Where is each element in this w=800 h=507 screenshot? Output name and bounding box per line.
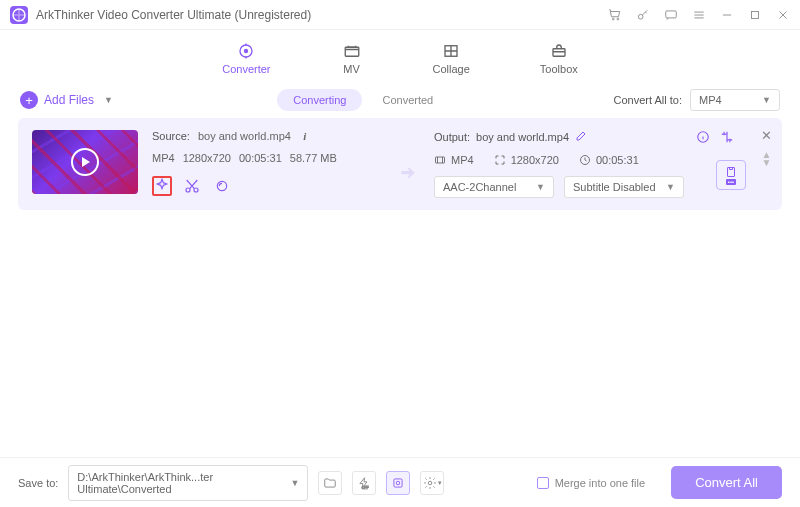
source-size: 58.77 MB bbox=[290, 152, 337, 164]
save-to-label: Save to: bbox=[18, 477, 58, 489]
cart-icon[interactable] bbox=[608, 8, 622, 22]
output-label: Output: bbox=[434, 131, 470, 143]
output-format-button[interactable]: ••• bbox=[716, 160, 746, 190]
hardware-accel-button[interactable]: OFF bbox=[352, 471, 376, 495]
tab-collage-label: Collage bbox=[433, 63, 470, 75]
tab-toolbox-label: Toolbox bbox=[540, 63, 578, 75]
enhance-button[interactable] bbox=[212, 176, 232, 196]
collage-icon bbox=[440, 42, 462, 60]
reorder-handle[interactable]: ▲▼ bbox=[762, 151, 772, 167]
output-resolution: 1280x720 bbox=[511, 154, 559, 166]
tab-mv-label: MV bbox=[343, 63, 360, 75]
svg-rect-10 bbox=[553, 48, 565, 56]
merge-label: Merge into one file bbox=[555, 477, 646, 489]
expand-icon bbox=[494, 154, 506, 166]
output-duration: 00:05:31 bbox=[596, 154, 639, 166]
open-folder-button[interactable] bbox=[318, 471, 342, 495]
chevron-down-icon: ▼ bbox=[666, 182, 675, 192]
tab-mv[interactable]: MV bbox=[341, 42, 363, 75]
format-value: MP4 bbox=[699, 94, 722, 106]
info-output-icon[interactable] bbox=[696, 130, 710, 144]
output-filename: boy and world.mp4 bbox=[476, 131, 569, 143]
output-resolution-item: 1280x720 bbox=[494, 154, 559, 166]
converted-tab[interactable]: Converted bbox=[366, 89, 449, 111]
plus-icon: + bbox=[20, 91, 38, 109]
feedback-icon[interactable] bbox=[664, 8, 678, 22]
merge-checkbox[interactable]: Merge into one file bbox=[537, 477, 646, 489]
clock-icon bbox=[579, 154, 591, 166]
convert-all-button[interactable]: Convert All bbox=[671, 466, 782, 499]
arrow-icon bbox=[396, 147, 420, 181]
rename-icon[interactable] bbox=[575, 130, 587, 144]
output-column: Output: boy and world.mp4 MP4 1280x720 bbox=[434, 130, 734, 198]
add-files-button[interactable]: + Add Files ▼ bbox=[20, 91, 113, 109]
chevron-down-icon: ▼ bbox=[290, 478, 299, 488]
audio-select-value: AAC-2Channel bbox=[443, 181, 516, 193]
tab-collage[interactable]: Collage bbox=[433, 42, 470, 75]
save-path-value: D:\ArkThinker\ArkThink...ter Ultimate\Co… bbox=[77, 471, 286, 495]
svg-point-7 bbox=[245, 49, 248, 52]
svg-rect-5 bbox=[752, 11, 759, 18]
info-icon[interactable]: i bbox=[299, 130, 311, 142]
source-column: Source: boy and world.mp4 i MP4 1280x720… bbox=[152, 130, 382, 196]
settings-button[interactable]: ▾ bbox=[420, 471, 444, 495]
maximize-icon[interactable] bbox=[748, 8, 762, 22]
add-files-label: Add Files bbox=[44, 93, 94, 107]
tab-converter[interactable]: Converter bbox=[222, 42, 270, 75]
file-card: Source: boy and world.mp4 i MP4 1280x720… bbox=[18, 118, 782, 210]
chevron-down-icon: ▼ bbox=[536, 182, 545, 192]
toolbox-icon bbox=[548, 42, 570, 60]
convert-all-to: Convert All to: MP4 ▼ bbox=[614, 89, 780, 111]
converting-tab[interactable]: Converting bbox=[277, 89, 362, 111]
menu-icon[interactable] bbox=[692, 8, 706, 22]
play-icon bbox=[71, 148, 99, 176]
svg-point-3 bbox=[638, 14, 643, 19]
svg-rect-15 bbox=[436, 157, 445, 163]
toolbar: + Add Files ▼ Converting Converted Conve… bbox=[0, 82, 800, 118]
mv-icon bbox=[341, 42, 363, 60]
gpu-button[interactable] bbox=[386, 471, 410, 495]
svg-point-1 bbox=[612, 18, 614, 20]
close-icon[interactable] bbox=[776, 8, 790, 22]
main-tabs: Converter MV Collage Toolbox bbox=[0, 30, 800, 82]
source-resolution: 1280x720 bbox=[183, 152, 231, 164]
status-segment: Converting Converted bbox=[277, 89, 449, 111]
edit-effects-button[interactable] bbox=[152, 176, 172, 196]
source-filename: boy and world.mp4 bbox=[198, 130, 291, 142]
audio-select[interactable]: AAC-2Channel ▼ bbox=[434, 176, 554, 198]
output-duration-item: 00:05:31 bbox=[579, 154, 639, 166]
save-path-select[interactable]: D:\ArkThinker\ArkThink...ter Ultimate\Co… bbox=[68, 465, 308, 501]
svg-rect-19 bbox=[394, 478, 402, 486]
format-select[interactable]: MP4 ▼ bbox=[690, 89, 780, 111]
checkbox-icon bbox=[537, 477, 549, 489]
cut-button[interactable] bbox=[182, 176, 202, 196]
source-format: MP4 bbox=[152, 152, 175, 164]
video-thumbnail[interactable] bbox=[32, 130, 138, 194]
svg-point-21 bbox=[428, 481, 432, 485]
key-icon[interactable] bbox=[636, 8, 650, 22]
video-icon bbox=[434, 154, 446, 166]
compress-icon[interactable] bbox=[720, 130, 734, 144]
titlebar: ArkThinker Video Converter Ultimate (Unr… bbox=[0, 0, 800, 30]
svg-rect-17 bbox=[728, 167, 735, 176]
chevron-down-icon: ▼ bbox=[762, 95, 771, 105]
subtitle-select-value: Subtitle Disabled bbox=[573, 181, 656, 193]
tab-converter-label: Converter bbox=[222, 63, 270, 75]
output-format-item: MP4 bbox=[434, 154, 474, 166]
svg-point-12 bbox=[194, 188, 198, 192]
svg-point-2 bbox=[617, 18, 619, 20]
app-logo bbox=[10, 6, 28, 24]
bottom-bar: Save to: D:\ArkThinker\ArkThink...ter Ul… bbox=[0, 457, 800, 507]
chevron-down-icon: ▼ bbox=[104, 95, 113, 105]
output-format: MP4 bbox=[451, 154, 474, 166]
svg-rect-8 bbox=[345, 47, 359, 56]
remove-file-button[interactable]: ✕ bbox=[761, 128, 772, 143]
source-duration: 00:05:31 bbox=[239, 152, 282, 164]
file-list: Source: boy and world.mp4 i MP4 1280x720… bbox=[0, 118, 800, 210]
minimize-icon[interactable] bbox=[720, 8, 734, 22]
svg-text:OFF: OFF bbox=[362, 486, 369, 490]
subtitle-select[interactable]: Subtitle Disabled ▼ bbox=[564, 176, 684, 198]
tab-toolbox[interactable]: Toolbox bbox=[540, 42, 578, 75]
converter-icon bbox=[235, 42, 257, 60]
source-label: Source: bbox=[152, 130, 190, 142]
